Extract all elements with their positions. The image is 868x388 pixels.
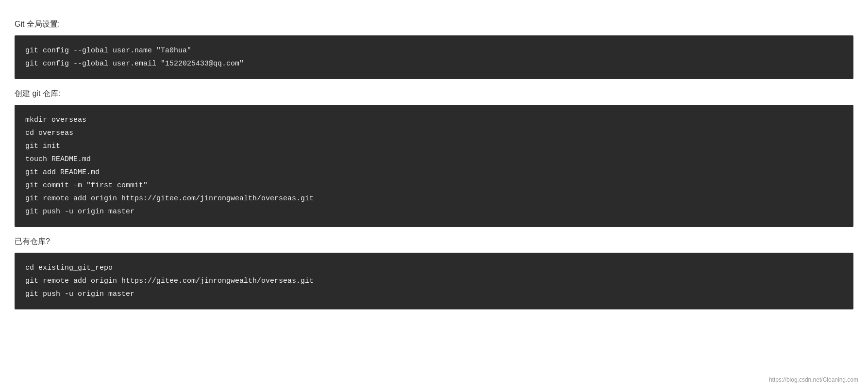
section-label-global-config: Git 全局设置: [15,19,853,30]
section-global-config: Git 全局设置: git config --global user.name … [15,19,853,79]
section-label-existing-repo: 已有仓库? [15,237,853,247]
code-block-create-repo: mkdir overseas cd overseas git init touc… [15,105,853,227]
code-block-global-config: git config --global user.name "Ta0hua" g… [15,35,853,79]
section-create-repo: 创建 git 仓库: mkdir overseas cd overseas gi… [15,89,853,227]
footer-link: https://blog.csdn.net/Cleaning.com [769,376,858,383]
section-label-create-repo: 创建 git 仓库: [15,89,853,99]
section-existing-repo: 已有仓库? cd existing_git_repo git remote ad… [15,237,853,309]
code-block-existing-repo: cd existing_git_repo git remote add orig… [15,253,853,309]
